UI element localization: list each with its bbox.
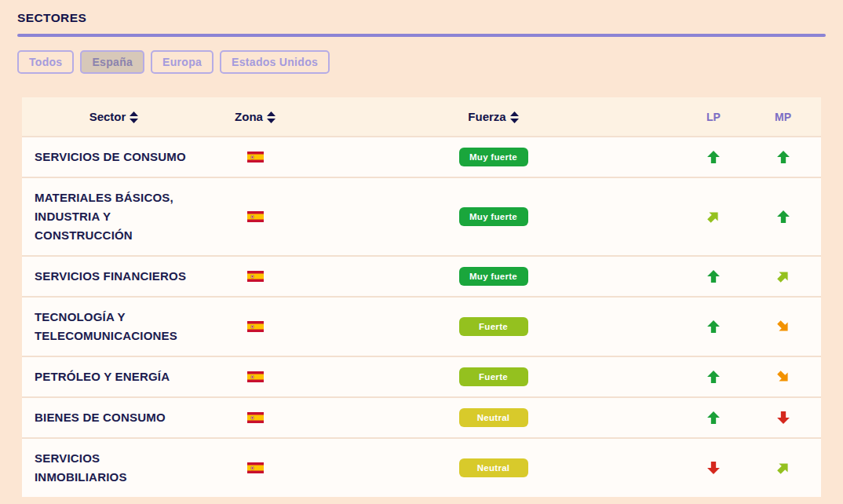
table-row: TECNOLOGÍA Y TELECOMUNICACIONES Fuerte xyxy=(22,296,821,356)
arrow-up-icon xyxy=(706,319,721,334)
sector-name: BIENES DE CONSUMO xyxy=(22,408,206,427)
fuerza-badge: Muy fuerte xyxy=(459,267,528,286)
column-header-mp-label: MP xyxy=(775,111,791,123)
spain-flag-icon xyxy=(247,462,264,473)
sort-icon xyxy=(267,111,276,123)
column-header-sector-label: Sector xyxy=(89,110,126,123)
column-header-mp: MP xyxy=(775,111,791,123)
filter-button-espana[interactable]: España xyxy=(80,50,144,74)
arrow-up-icon xyxy=(775,149,791,165)
filter-button-europa[interactable]: Europa xyxy=(151,50,213,74)
sector-name: PETRÓLEO Y ENERGÍA xyxy=(22,367,206,386)
sector-name: SERVICIOS DE CONSUMO xyxy=(22,148,206,166)
fuerza-badge: Fuerte xyxy=(459,317,528,336)
column-header-lp-label: LP xyxy=(706,111,721,123)
page-title: SECTORES xyxy=(17,11,826,25)
spain-flag-icon xyxy=(247,412,264,423)
column-header-sector[interactable]: Sector xyxy=(89,110,139,123)
title-divider xyxy=(17,34,826,37)
fuerza-badge: Muy fuerte xyxy=(459,207,528,226)
arrow-up-right-icon xyxy=(775,460,791,476)
arrow-up-icon xyxy=(706,149,721,165)
arrow-up-icon xyxy=(706,410,721,425)
table-row: SERVICIOS FINANCIEROS Muy fuerte xyxy=(22,255,821,296)
zone-filter-group: Todos España Europa Estados Unidos xyxy=(17,50,826,74)
table-row: MATERIALES BÁSICOS, INDUSTRIA Y CONSTRUC… xyxy=(22,177,821,255)
sector-name: SERVICIOS INMOBILIARIOS xyxy=(22,449,206,487)
arrow-down-right-icon xyxy=(775,319,791,334)
arrow-up-icon xyxy=(775,209,791,225)
arrow-up-right-icon xyxy=(775,268,791,284)
fuerza-badge: Fuerte xyxy=(459,367,528,386)
sort-icon xyxy=(510,111,519,123)
arrow-up-icon xyxy=(706,369,721,385)
sector-name: TECNOLOGÍA Y TELECOMUNICACIONES xyxy=(22,308,206,345)
table-body: SERVICIOS DE CONSUMO Muy fuerte xyxy=(22,136,821,497)
table-row: SERVICIOS INMOBILIARIOS Neutral xyxy=(22,437,821,497)
sectors-table: Sector Zona Fuerza LP MP xyxy=(22,97,821,497)
column-header-fuerza[interactable]: Fuerza xyxy=(468,110,518,123)
column-header-fuerza-label: Fuerza xyxy=(468,110,505,123)
sector-name: SERVICIOS FINANCIEROS xyxy=(22,267,206,286)
table-header-row: Sector Zona Fuerza LP MP xyxy=(22,97,821,136)
spain-flag-icon xyxy=(247,211,264,222)
arrow-down-icon xyxy=(775,410,791,425)
fuerza-badge: Muy fuerte xyxy=(459,148,528,166)
fuerza-badge: Neutral xyxy=(459,408,528,427)
arrow-down-right-icon xyxy=(775,369,791,385)
table-row: PETRÓLEO Y ENERGÍA Fuerte xyxy=(22,356,821,396)
column-header-zona[interactable]: Zona xyxy=(235,110,276,123)
column-header-zona-label: Zona xyxy=(235,110,263,123)
sectors-page: SECTORES Todos España Europa Estados Uni… xyxy=(0,0,843,497)
arrow-up-right-icon xyxy=(706,209,721,225)
filter-button-todos[interactable]: Todos xyxy=(17,50,74,74)
arrow-up-icon xyxy=(706,268,721,284)
sort-icon xyxy=(130,111,138,123)
table-row: BIENES DE CONSUMO Neutral xyxy=(22,396,821,437)
column-header-lp: LP xyxy=(706,111,721,123)
spain-flag-icon xyxy=(247,152,264,163)
spain-flag-icon xyxy=(247,321,264,332)
spain-flag-icon xyxy=(247,371,264,382)
sector-name: MATERIALES BÁSICOS, INDUSTRIA Y CONSTRUC… xyxy=(22,188,206,245)
fuerza-badge: Neutral xyxy=(459,458,528,477)
spain-flag-icon xyxy=(247,271,264,282)
arrow-down-icon xyxy=(706,460,721,476)
filter-button-estados-unidos[interactable]: Estados Unidos xyxy=(220,50,330,74)
table-row: SERVICIOS DE CONSUMO Muy fuerte xyxy=(22,136,821,177)
